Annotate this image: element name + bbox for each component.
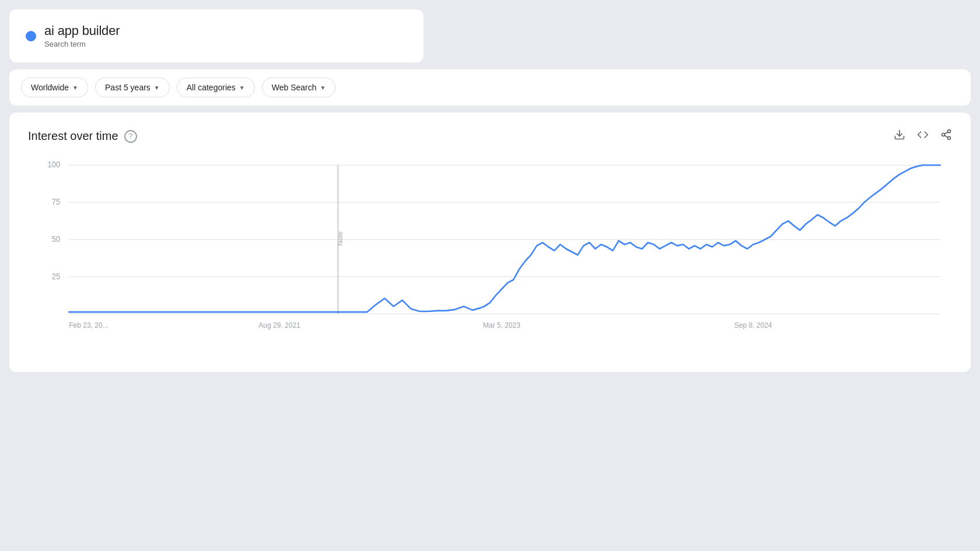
svg-text:25: 25 bbox=[52, 272, 60, 280]
svg-text:50: 50 bbox=[52, 235, 60, 244]
location-filter-label: Worldwide bbox=[31, 83, 69, 92]
svg-text:Aug 29, 2021: Aug 29, 2021 bbox=[258, 321, 300, 329]
interest-over-time-card: Interest over time ? bbox=[9, 113, 971, 372]
search-term-title: ai app builder bbox=[44, 23, 120, 38]
filter-bar: Worldwide ▼ Past 5 years ▼ All categorie… bbox=[9, 69, 971, 106]
help-icon[interactable]: ? bbox=[124, 130, 137, 143]
embed-button[interactable] bbox=[917, 129, 929, 143]
svg-text:Mar 5, 2023: Mar 5, 2023 bbox=[483, 321, 520, 329]
search-term-dot bbox=[26, 31, 36, 41]
timerange-filter[interactable]: Past 5 years ▼ bbox=[95, 78, 170, 97]
search-term-label: Search term bbox=[44, 40, 120, 48]
timerange-filter-label: Past 5 years bbox=[105, 83, 150, 92]
share-button[interactable] bbox=[940, 129, 952, 143]
searchtype-filter-chevron: ▼ bbox=[320, 85, 326, 91]
search-term-card: ai app builder Search term bbox=[9, 9, 424, 62]
svg-text:75: 75 bbox=[52, 198, 60, 206]
svg-line-5 bbox=[944, 132, 948, 134]
svg-text:Sep 8, 2024: Sep 8, 2024 bbox=[734, 321, 772, 329]
trend-line bbox=[69, 165, 940, 312]
download-button[interactable] bbox=[894, 129, 905, 143]
searchtype-filter[interactable]: Web Search ▼ bbox=[262, 78, 336, 97]
category-filter-label: All categories bbox=[187, 83, 236, 92]
location-filter-chevron: ▼ bbox=[72, 85, 78, 91]
interest-chart: 100 75 50 25 Note Feb 23, 20... Aug 29, … bbox=[28, 153, 952, 351]
chart-actions bbox=[894, 129, 952, 143]
category-filter[interactable]: All categories ▼ bbox=[177, 78, 255, 97]
svg-text:100: 100 bbox=[47, 160, 60, 169]
chart-title: Interest over time bbox=[28, 129, 118, 143]
svg-line-4 bbox=[944, 135, 948, 137]
chart-container: 100 75 50 25 Note Feb 23, 20... Aug 29, … bbox=[28, 153, 952, 353]
svg-text:Feb 23, 20...: Feb 23, 20... bbox=[69, 321, 108, 329]
searchtype-filter-label: Web Search bbox=[272, 83, 317, 92]
timerange-filter-chevron: ▼ bbox=[154, 85, 160, 91]
category-filter-chevron: ▼ bbox=[239, 85, 245, 91]
location-filter[interactable]: Worldwide ▼ bbox=[21, 78, 88, 97]
chart-title-area: Interest over time ? bbox=[28, 129, 137, 143]
svg-text:Note: Note bbox=[337, 231, 344, 246]
chart-header: Interest over time ? bbox=[28, 129, 952, 143]
search-term-info: ai app builder Search term bbox=[44, 23, 120, 48]
